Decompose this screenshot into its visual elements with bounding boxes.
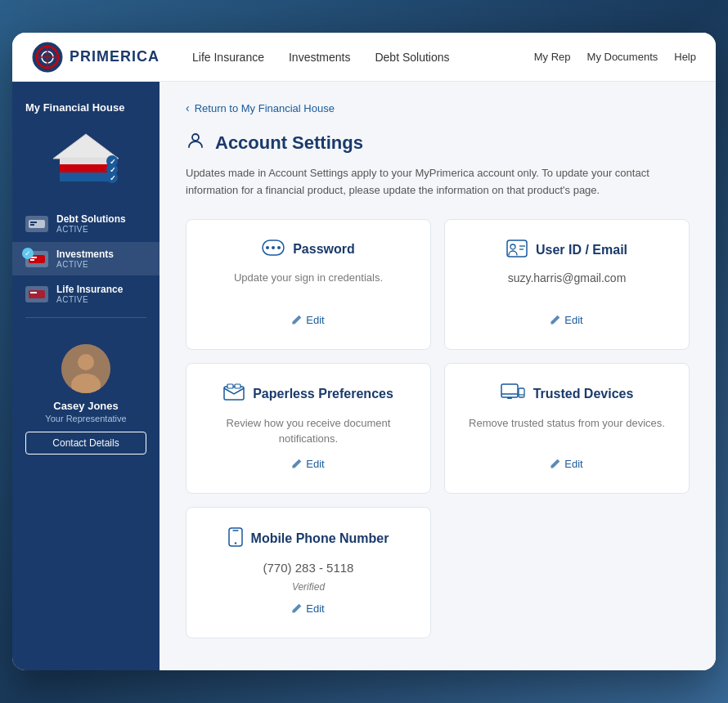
- logo-text: PRIMERICA: [70, 48, 160, 65]
- cards-grid: Password Update your sign in credentials…: [186, 219, 690, 638]
- paperless-card-description: Review how you receive document notifica…: [206, 415, 411, 447]
- svg-rect-7: [60, 164, 112, 172]
- nav-investments[interactable]: Investments: [289, 51, 350, 64]
- sidebar-item-investments[interactable]: ✓ Investments ACTIVE: [12, 242, 160, 275]
- svg-point-44: [234, 542, 236, 544]
- paperless-edit-button[interactable]: Edit: [285, 454, 330, 473]
- house-illustration: ✓ ✓ ✓: [12, 123, 160, 200]
- user-id-email-edit-button[interactable]: Edit: [544, 311, 589, 329]
- back-link[interactable]: ‹ Return to My Financial House: [186, 101, 690, 114]
- svg-rect-20: [30, 259, 34, 261]
- password-card-title: Password: [293, 242, 355, 257]
- investments-icon: ✓: [25, 251, 48, 267]
- svg-rect-21: [29, 290, 45, 298]
- svg-point-32: [510, 244, 515, 249]
- back-chevron-icon: ‹: [186, 101, 190, 114]
- rep-role: Your Representative: [45, 414, 126, 423]
- svg-point-28: [266, 246, 269, 249]
- house-svg: ✓ ✓ ✓: [45, 130, 127, 187]
- trusted-devices-card-title: Trusted Devices: [533, 387, 634, 401]
- paperless-icon: [223, 383, 245, 405]
- password-card-top: Password Update your sign in credentials…: [234, 240, 383, 286]
- page-description: Updates made in Account Settings apply t…: [186, 165, 690, 199]
- nav-help[interactable]: Help: [674, 51, 696, 63]
- mobile-phone-card-top: Mobile Phone Number (770) 283 - 5118 Ver…: [228, 527, 389, 593]
- svg-rect-38: [501, 384, 518, 397]
- contact-details-button[interactable]: Contact Details: [25, 432, 146, 454]
- svg-rect-17: [30, 224, 34, 226]
- password-edit-button[interactable]: Edit: [285, 311, 330, 329]
- svg-rect-41: [519, 388, 524, 397]
- trusted-devices-card-description: Remove trusted status from your devices.: [469, 415, 665, 432]
- svg-marker-5: [53, 134, 119, 159]
- rep-avatar: [61, 344, 110, 393]
- svg-rect-22: [30, 292, 37, 293]
- sidebar: My Financial House ✓ ✓: [12, 82, 160, 670]
- svg-rect-16: [30, 222, 37, 223]
- back-link-label: Return to My Financial House: [195, 102, 335, 114]
- nav-my-rep[interactable]: My Rep: [534, 51, 571, 63]
- password-card: Password Update your sign in credentials…: [186, 219, 431, 350]
- mobile-phone-value: (770) 283 - 5118: [263, 561, 354, 575]
- svg-rect-36: [227, 384, 233, 388]
- svg-point-24: [78, 354, 94, 370]
- sidebar-divider: [25, 317, 146, 318]
- trusted-devices-icon: [501, 383, 525, 405]
- user-id-email-card-title: User ID / Email: [536, 243, 627, 257]
- sidebar-item-investments-info: Investments ACTIVE: [56, 249, 146, 269]
- debt-solutions-icon: [25, 216, 48, 232]
- nav-right: My Rep My Documents Help: [534, 51, 696, 63]
- life-insurance-icon: [25, 286, 48, 302]
- trusted-devices-card-header: Trusted Devices: [501, 383, 634, 405]
- trusted-devices-edit-button[interactable]: Edit: [544, 454, 589, 473]
- user-id-icon: [506, 240, 528, 262]
- main-content: ‹ Return to My Financial House Account S…: [160, 82, 716, 670]
- svg-rect-8: [60, 172, 112, 181]
- svg-rect-40: [507, 397, 512, 399]
- mobile-phone-card: Mobile Phone Number (770) 283 - 5118 Ver…: [186, 507, 431, 638]
- mobile-phone-card-header: Mobile Phone Number: [228, 527, 389, 551]
- sidebar-item-investments-status: ACTIVE: [56, 260, 146, 269]
- mobile-phone-verified: Verified: [292, 581, 325, 593]
- sidebar-item-debt-solutions-name: Debt Solutions: [56, 213, 146, 225]
- svg-rect-37: [235, 384, 240, 388]
- svg-point-30: [277, 246, 281, 249]
- paperless-card-title: Paperless Preferences: [253, 387, 393, 401]
- svg-point-26: [192, 134, 199, 141]
- sidebar-item-life-insurance[interactable]: Life Insurance ACTIVE: [12, 277, 160, 311]
- sidebar-item-debt-solutions-status: ACTIVE: [56, 225, 146, 234]
- account-settings-icon: [186, 131, 205, 155]
- nav-life-insurance[interactable]: Life Insurance: [192, 51, 264, 64]
- svg-rect-35: [224, 387, 244, 400]
- password-card-description: Update your sign in credentials.: [234, 270, 383, 286]
- sidebar-item-debt-solutions[interactable]: Debt Solutions ACTIVE: [12, 207, 160, 240]
- svg-point-29: [272, 246, 275, 249]
- mobile-phone-icon: [228, 527, 243, 551]
- mobile-phone-edit-button[interactable]: Edit: [285, 599, 330, 618]
- sidebar-title: My Financial House: [12, 95, 160, 123]
- page-header: Account Settings: [186, 131, 690, 155]
- sidebar-item-debt-solutions-info: Debt Solutions ACTIVE: [56, 213, 146, 234]
- trusted-devices-card: Trusted Devices Remove trusted status fr…: [444, 363, 690, 494]
- paperless-preferences-card: Paperless Preferences Review how you rec…: [186, 363, 431, 494]
- body-layout: My Financial House ✓ ✓: [12, 82, 716, 670]
- paperless-card-top: Paperless Preferences Review how you rec…: [206, 383, 411, 447]
- svg-text:✓: ✓: [110, 174, 116, 182]
- mobile-phone-card-title: Mobile Phone Number: [251, 531, 389, 546]
- nav-my-documents[interactable]: My Documents: [587, 51, 658, 63]
- sidebar-item-investments-name: Investments: [56, 249, 146, 260]
- logo-area: PRIMERICA: [32, 42, 160, 73]
- trusted-devices-card-top: Trusted Devices Remove trusted status fr…: [469, 383, 665, 432]
- sidebar-item-life-insurance-status: ACTIVE: [56, 295, 146, 304]
- nav-debt-solutions[interactable]: Debt Solutions: [375, 51, 449, 64]
- rep-section: Casey Jones Your Representative Contact …: [12, 331, 160, 468]
- nav-links: Life Insurance Investments Debt Solution…: [192, 51, 534, 64]
- sidebar-item-life-insurance-info: Life Insurance ACTIVE: [56, 284, 146, 304]
- rep-name: Casey Jones: [53, 400, 119, 412]
- password-icon: [262, 240, 285, 260]
- sidebar-items: Debt Solutions ACTIVE ✓ Investments ACTI…: [12, 207, 160, 311]
- sidebar-item-life-insurance-name: Life Insurance: [56, 284, 146, 295]
- password-card-header: Password: [262, 240, 355, 260]
- user-id-email-value: suzy.harris@gmail.com: [508, 271, 627, 284]
- top-nav: PRIMERICA Life Insurance Investments Deb…: [12, 33, 716, 82]
